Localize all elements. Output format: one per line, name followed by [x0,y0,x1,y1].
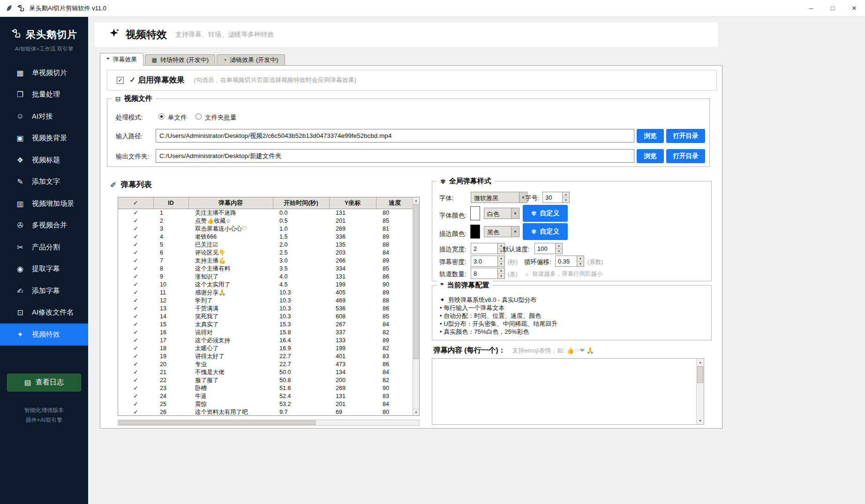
column-header[interactable]: ID [153,197,188,209]
textarea-scrollbar[interactable]: ▲ ▼ [696,359,704,424]
spin-down-icon[interactable]: ▼ [498,274,504,279]
font-family-select[interactable]: 微软雅黑 ▼ [471,192,527,203]
spin-up-icon[interactable]: ▲ [563,192,569,198]
row-check[interactable]: ✓ [118,297,153,305]
radio-folder-batch[interactable] [196,113,202,120]
stroke-color-custom-button[interactable]: ✾ 自定义 [523,223,568,240]
scrollbar-thumb[interactable] [414,204,419,359]
table-row[interactable]: ✓ 12 学到了 10.3 469 88 [118,297,414,305]
spin-down-icon[interactable]: ▼ [556,249,562,254]
font-size-stepper[interactable]: 30 ▲▼ [542,192,570,203]
scrollbar-thumb[interactable] [119,421,316,425]
table-row[interactable]: ✓ 24 牛逼 52.4 131 83 [118,392,414,400]
row-check[interactable]: ✓ [118,369,153,376]
row-check[interactable]: ✓ [118,249,153,257]
table-row[interactable]: ✓ 18 太暖心了 16.9 199 82 [118,345,414,353]
row-check[interactable]: ✓ [118,209,153,217]
row-check[interactable]: ✓ [118,265,153,273]
sidebar-item[interactable]: ▣ 视频换背景 [0,128,88,150]
scroll-down-icon[interactable]: ▼ [413,409,419,415]
table-row[interactable]: ✓ 25 震惊 53.2 201 84 [118,400,414,408]
enable-danmaku-checkbox[interactable]: ✓ [117,77,124,84]
stroke-color-select[interactable]: 黑色 ▼ [484,226,519,237]
sidebar-item[interactable]: ✎ 添加文字 [0,171,88,193]
row-check[interactable]: ✓ [118,337,153,345]
table-row[interactable]: ✓ 10 这个太实用了 4.5 199 90 [118,281,414,289]
row-check[interactable]: ✓ [118,313,153,321]
table-row[interactable]: ✓ 4 老铁666 1.5 336 89 [118,233,414,241]
sidebar-item[interactable]: ✂ 产品分割 [0,236,88,258]
row-check[interactable]: ✓ [118,321,153,329]
tab[interactable]: ◔ 滤镜效果 (开发中) [217,54,285,66]
table-row[interactable]: ✓ 17 这个必须支持 16.4 133 89 [118,337,414,345]
row-check[interactable]: ✓ [118,345,153,353]
sidebar-item[interactable]: ✦ 视频特效 [0,323,88,346]
table-row[interactable]: ✓ 21 不愧是大佬 50.0 134 84 [118,369,414,376]
radio-single-file[interactable] [158,113,165,120]
row-check[interactable]: ✓ [118,217,153,225]
spin-up-icon[interactable]: ▲ [577,256,584,262]
input-path-field[interactable] [156,129,634,143]
scroll-down-icon[interactable]: ▼ [697,417,704,424]
output-dir-field[interactable] [156,149,634,163]
tracks-stepper[interactable]: 8 ▲▼ [471,268,505,279]
sidebar-item[interactable]: ❖ 视频标题 [0,149,88,171]
sidebar-item[interactable]: ☺ AI对接 [0,105,88,128]
table-row[interactable]: ✓ 7 支持主播💪 3.0 266 89 [118,257,414,265]
row-check[interactable]: ✓ [118,384,153,392]
table-row[interactable]: ✓ 13 干货满满 10.3 536 86 [118,305,414,313]
row-check[interactable]: ✓ [118,233,153,241]
sidebar-item[interactable]: ▦ 单视频切片 [0,62,88,84]
row-check[interactable]: ✓ [118,225,153,233]
table-row[interactable]: ✓ 6 评论区见👇 2.5 203 84 [118,249,414,257]
browse-input-button[interactable]: 浏览 [637,129,664,143]
row-check[interactable]: ✓ [118,361,153,369]
open-output-dir-button[interactable]: 打开目录 [666,149,705,163]
column-header[interactable]: ✓ [118,197,153,209]
row-check[interactable]: ✓ [118,289,153,297]
danmaku-input-textarea[interactable] [432,359,697,424]
maximize-button[interactable]: □ [822,0,843,16]
tab[interactable]: ▦ 转场特效 (开发中) [145,54,215,66]
row-check[interactable]: ✓ [118,273,153,281]
row-check[interactable]: ✓ [118,408,153,416]
scroll-up-icon[interactable]: ▲ [413,197,419,204]
table-row[interactable]: ✓ 11 感谢分享🙏 10.3 405 89 [118,289,414,297]
spin-down-icon[interactable]: ▼ [563,198,569,203]
font-color-select[interactable]: 白色 ▼ [484,208,519,219]
close-button[interactable]: ✕ [843,0,865,16]
row-check[interactable]: ✓ [118,241,153,249]
table-row[interactable]: ✓ 20 专业 22.7 473 86 [118,361,414,369]
browse-output-button[interactable]: 浏览 [637,149,664,163]
row-check[interactable]: ✓ [118,305,153,313]
table-row[interactable]: ✓ 2 点赞👍收藏☆ 0.5 201 85 [118,217,414,225]
column-header[interactable]: Y坐标 [329,197,376,209]
row-check[interactable]: ✓ [118,257,153,265]
table-row[interactable]: ✓ 5 已关注☑ 2.0 135 88 [118,241,414,249]
row-check[interactable]: ✓ [118,400,153,408]
radio-folder-batch-label[interactable]: 文件夹批量 [205,113,237,122]
table-row[interactable]: ✓ 15 太真实了 15.3 267 84 [118,321,414,329]
offset-stepper[interactable]: 0.35 ▲▼ [555,256,584,267]
sidebar-item[interactable]: ✍ 添加字幕 [0,280,88,302]
default-speed-stepper[interactable]: 100 ▲▼ [534,243,563,254]
row-check[interactable]: ✓ [118,281,153,289]
font-color-custom-button[interactable]: ✾ 自定义 [523,205,568,222]
spin-up-icon[interactable]: ▲ [498,256,504,262]
open-input-dir-button[interactable]: 打开目录 [666,129,705,143]
stroke-width-stepper[interactable]: 2 ▲▼ [471,243,505,254]
view-log-button[interactable]: ▤ 查看日志 [7,374,81,391]
table-row[interactable]: ✓ 22 服了服了 50.8 200 82 [118,376,414,384]
scrollbar-thumb[interactable] [697,366,703,383]
sidebar-item[interactable]: ❐ 批量处理 [0,84,88,106]
row-check[interactable]: ✓ [118,353,153,361]
minimize-button[interactable]: ─ [800,0,822,16]
row-check[interactable]: ✓ [118,376,153,384]
table-row[interactable]: ✓ 1 关注主播不迷路 0.0 131 80 [118,209,414,217]
column-header[interactable]: 弹幕内容 [188,197,273,209]
density-stepper[interactable]: 3.0 ▲▼ [471,256,505,267]
table-row[interactable]: ✓ 3 双击屏幕送小心心♡ 1.0 269 81 [118,225,414,233]
spin-up-icon[interactable]: ▲ [498,268,504,274]
table-row[interactable]: ✓ 19 讲得太好了 22.7 401 83 [118,353,414,361]
table-vertical-scrollbar[interactable]: ▲ ▼ [413,197,419,415]
